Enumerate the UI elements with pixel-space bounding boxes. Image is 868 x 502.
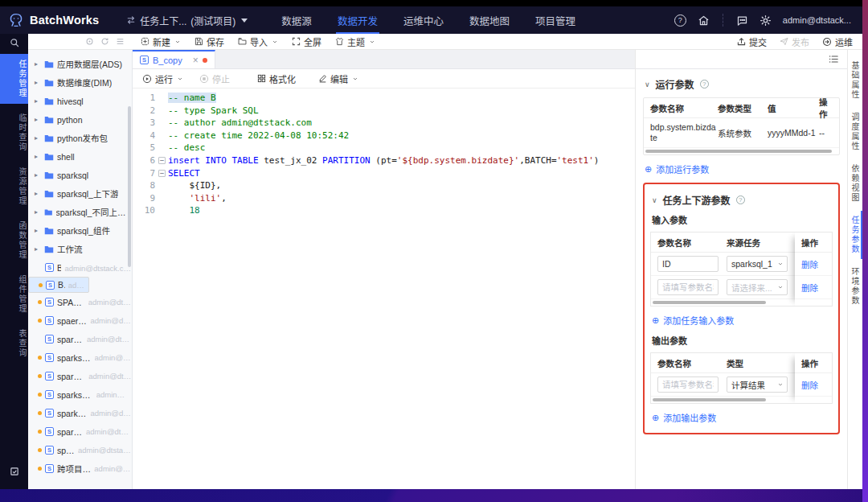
tree-folder[interactable]: ▸数据维度(DIM)	[28, 73, 132, 92]
caret-right-icon[interactable]: ▸	[35, 153, 41, 160]
project-switcher[interactable]: 任务上下... (测试项目)	[126, 14, 248, 27]
code-line[interactable]: 1-- name B	[133, 92, 635, 105]
chat-icon[interactable]	[736, 14, 748, 27]
add-run-param-link[interactable]: ⊕ 添加运行参数	[645, 163, 838, 175]
right-tab-schedule-props[interactable]: 调度属性	[848, 108, 862, 156]
tree-task[interactable]: Ssparksql_1_copyadmin@dtstack.com	[28, 348, 132, 367]
caret-right-icon[interactable]: ▸	[35, 171, 41, 179]
tree-task[interactable]: SSPAEKSSSadmin@dtstack.com	[28, 293, 132, 311]
code-line[interactable]: 10 18	[133, 204, 635, 217]
edit-button[interactable]: 编辑	[318, 72, 358, 85]
delete-link[interactable]: 删除	[795, 276, 832, 299]
submit-button[interactable]: 提交	[737, 35, 767, 48]
menu-item-datasource[interactable]: 数据源	[268, 6, 325, 34]
format-button[interactable]: 格式化	[257, 72, 296, 85]
add-input-param-link[interactable]: ⊕ 添加任务输入参数	[652, 314, 831, 327]
ops-button[interactable]: 运维	[822, 35, 853, 48]
tree-folder[interactable]: ▸sparksql_组件	[28, 221, 132, 240]
updown-section-title[interactable]: ∨ 任务上下游参数 ?	[652, 193, 831, 207]
code-line[interactable]: 4-- create time 2022-04-08 10:52:42	[133, 130, 635, 142]
horizontal-scrollbar[interactable]	[644, 148, 839, 154]
tree-task[interactable]: Sspaerksql_12admin@dtstack.com	[28, 311, 132, 330]
left-tab-temp-query[interactable]: 临时查询	[0, 108, 28, 158]
left-tab-component-mgmt[interactable]: 组件管理	[0, 270, 28, 319]
delete-link[interactable]: 删除	[795, 373, 832, 397]
menu-item-ops-center[interactable]: 运维中心	[391, 6, 457, 34]
tree-task[interactable]: Ssparksql_计算结果admin@dtstack.com	[28, 385, 132, 404]
fullscreen-button[interactable]: 全屏	[292, 35, 321, 48]
caret-right-icon[interactable]: ▸	[35, 227, 41, 234]
gear-icon[interactable]	[760, 14, 772, 27]
caret-right-icon[interactable]: ▸	[35, 79, 41, 86]
delete-link[interactable]: 删除	[795, 253, 832, 276]
tree-folder[interactable]: ▸shell	[28, 147, 132, 166]
right-tab-dependency-view[interactable]: 依赖视图	[848, 159, 862, 208]
tree-task-selected[interactable]: SB_copyadmin@dtstack.com	[28, 277, 89, 293]
tree-folder[interactable]: ▸sparksql_上下游	[28, 184, 132, 203]
left-tab-function-mgmt[interactable]: 函数管理	[0, 216, 28, 265]
code-line[interactable]: 6−insert INTO TABLE test_jx_02 PARTITION…	[133, 154, 635, 167]
output-type-select[interactable]: 计算结果	[727, 376, 788, 393]
tree-folder[interactable]: ▸hivesql	[28, 92, 132, 110]
param-name-input[interactable]	[657, 376, 719, 393]
close-icon[interactable]: ×	[193, 55, 199, 66]
caret-right-icon[interactable]: ▸	[35, 134, 41, 142]
param-name-input[interactable]	[657, 279, 719, 295]
tree-task[interactable]: Ssprakadmin@dtstack.co	[28, 441, 132, 459]
code-line[interactable]: 7−SELECT	[133, 167, 635, 180]
menu-item-project-mgmt[interactable]: 项目管理	[522, 6, 588, 34]
tree-task[interactable]: S跨项目下游Badmin@dtstack	[28, 459, 132, 478]
add-output-param-link[interactable]: ⊕ 添加输出参数	[652, 411, 831, 424]
refresh-icon[interactable]	[100, 37, 109, 46]
code-line[interactable]: 5-- desc	[133, 142, 635, 154]
sidebar-scrollbar[interactable]	[128, 106, 131, 267]
caret-right-icon[interactable]: ▸	[35, 60, 41, 68]
tree-task[interactable]: Ssparksql_1admin@dtstack.com	[28, 330, 132, 348]
code-line[interactable]: 2-- type Spark SQL	[133, 105, 635, 117]
panel-menu-icon[interactable]	[829, 55, 839, 64]
menu-item-data-develop[interactable]: 数据开发	[325, 6, 391, 34]
fold-icon[interactable]: −	[158, 157, 166, 164]
home-icon[interactable]	[698, 14, 710, 27]
theme-button[interactable]: 主题	[335, 35, 375, 48]
save-button[interactable]: 保存	[194, 35, 224, 48]
caret-right-icon[interactable]: ▸	[35, 97, 41, 105]
import-button[interactable]: 导入	[238, 35, 278, 48]
run-button[interactable]: 运行	[142, 72, 183, 85]
tree-folder[interactable]: ▸python	[28, 110, 132, 129]
param-name-input[interactable]	[657, 256, 719, 272]
locate-icon[interactable]	[85, 37, 94, 46]
caret-right-icon[interactable]: ▸	[35, 208, 41, 216]
search-icon[interactable]	[10, 38, 19, 47]
left-tab-task-mgmt[interactable]: 任务管理	[0, 54, 28, 104]
list-icon[interactable]	[116, 37, 125, 46]
user-account[interactable]: admin@dtstack...	[783, 15, 851, 25]
caret-right-icon[interactable]: ▸	[35, 245, 41, 253]
code-lines[interactable]: 1-- name B2-- type Spark SQL3-- author a…	[133, 88, 635, 217]
tree-folder[interactable]: ▸工作流	[28, 240, 132, 258]
stop-button[interactable]: 停止	[199, 72, 230, 85]
tree-folder[interactable]: ▸应用数据层(ADS)	[28, 55, 132, 73]
tree-folder[interactable]: ▸sparksql	[28, 166, 132, 184]
tree-folder[interactable]: ▸python发布包	[28, 129, 132, 147]
tree-task[interactable]: SBadmin@dtstack.com 提交	[28, 258, 132, 277]
caret-right-icon[interactable]: ▸	[35, 190, 41, 197]
new-button[interactable]: 新建	[141, 35, 181, 48]
left-tab-table-query[interactable]: 表查询	[0, 323, 28, 364]
caret-right-icon[interactable]: ▸	[35, 116, 41, 123]
tree-folder[interactable]: ▸sparksql_不同上游任务	[28, 203, 132, 221]
right-tab-task-params[interactable]: 任务参数	[848, 211, 862, 259]
help-icon[interactable]: ?	[674, 14, 686, 27]
tree-task[interactable]: Ssparksql_21admin@dtstack.com	[28, 367, 132, 385]
right-tab-env-params[interactable]: 环境参数	[848, 262, 862, 311]
menu-item-data-map[interactable]: 数据地图	[457, 6, 522, 34]
collapse-panel-icon[interactable]	[10, 467, 19, 476]
fold-icon[interactable]: −	[158, 170, 166, 177]
code-line[interactable]: 8 ${ID},	[133, 179, 635, 192]
code-line[interactable]: 3-- author admin@dtstack.com	[133, 117, 635, 130]
run-params-section-title[interactable]: ∨ 运行参数 ?	[645, 77, 838, 91]
publish-button[interactable]: 发布	[780, 35, 809, 48]
tab-b-copy[interactable]: S B_copy ×	[133, 50, 215, 68]
help-circle-icon[interactable]: ?	[736, 195, 745, 204]
tree-task[interactable]: Ssparktestttadmin@dtstack.com	[28, 422, 132, 441]
